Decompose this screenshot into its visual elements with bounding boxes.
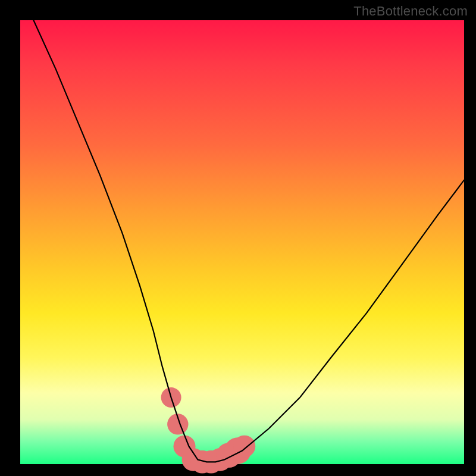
curve-svg [20, 20, 464, 464]
watermark-text: TheBottleneck.com [353, 4, 468, 19]
bottleneck-curve [33, 20, 464, 462]
chart-frame: TheBottleneck.com [0, 0, 476, 476]
trough-markers-group [161, 387, 256, 474]
plot-area [20, 20, 464, 464]
